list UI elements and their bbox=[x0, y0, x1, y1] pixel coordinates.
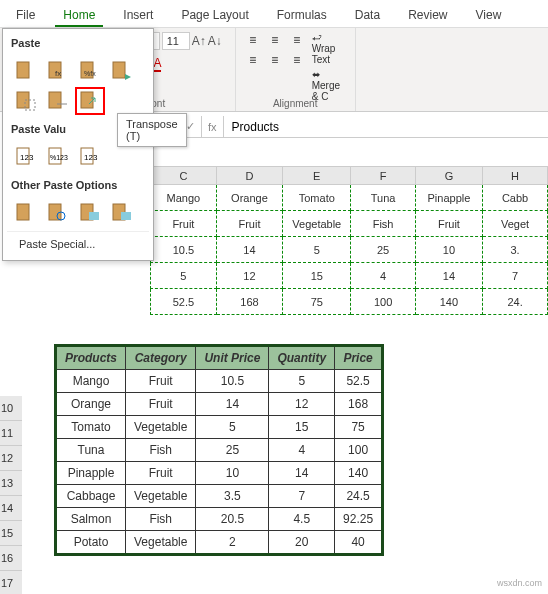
cell[interactable]: Mango bbox=[56, 370, 126, 393]
cell[interactable]: 40 bbox=[335, 531, 383, 555]
cell[interactable]: 52.5 bbox=[335, 370, 383, 393]
cell[interactable]: 24. bbox=[483, 289, 548, 315]
cell[interactable]: Tuna bbox=[351, 185, 415, 211]
paste-option-no-borders[interactable] bbox=[11, 87, 41, 115]
col-header[interactable]: D bbox=[216, 167, 282, 185]
cell[interactable]: 4.5 bbox=[269, 508, 335, 531]
cell[interactable]: 20.5 bbox=[196, 508, 269, 531]
table-header[interactable]: Unit Price bbox=[196, 346, 269, 370]
cell[interactable]: 15 bbox=[269, 416, 335, 439]
cell[interactable]: Cabb bbox=[483, 185, 548, 211]
cell[interactable]: Fruit bbox=[151, 211, 217, 237]
row-header[interactable]: 10 bbox=[0, 396, 22, 421]
paste-values-source-format[interactable]: 123 bbox=[75, 143, 105, 171]
tab-data[interactable]: Data bbox=[347, 4, 388, 27]
cell[interactable]: Pinapple bbox=[56, 462, 126, 485]
cell[interactable]: Fish bbox=[351, 211, 415, 237]
paste-values-number-format[interactable]: %123 bbox=[43, 143, 73, 171]
cell[interactable]: Potato bbox=[56, 531, 126, 555]
paste-option-formulas[interactable]: fx bbox=[43, 57, 73, 85]
tab-home[interactable]: Home bbox=[55, 4, 103, 27]
cell[interactable]: Salmon bbox=[56, 508, 126, 531]
align-left-icon[interactable]: ≡ bbox=[244, 52, 262, 68]
row-header[interactable]: 17 bbox=[0, 571, 22, 594]
cell[interactable]: 12 bbox=[269, 393, 335, 416]
cell[interactable]: Fish bbox=[126, 439, 196, 462]
cell[interactable]: 25 bbox=[351, 237, 415, 263]
cell[interactable]: 2 bbox=[196, 531, 269, 555]
paste-values-only[interactable]: 123 bbox=[11, 143, 41, 171]
cell[interactable]: 75 bbox=[283, 289, 351, 315]
align-top-icon[interactable]: ≡ bbox=[244, 32, 262, 48]
cell[interactable]: Orange bbox=[216, 185, 282, 211]
cell[interactable]: Cabbage bbox=[56, 485, 126, 508]
align-center-icon[interactable]: ≡ bbox=[266, 52, 284, 68]
col-header[interactable]: E bbox=[283, 167, 351, 185]
cell[interactable]: 4 bbox=[351, 263, 415, 289]
cell[interactable]: 140 bbox=[335, 462, 383, 485]
cell[interactable]: Vegetable bbox=[126, 485, 196, 508]
products-table[interactable]: Products Category Unit Price Quantity Pr… bbox=[54, 344, 384, 556]
cell[interactable]: Vegetable bbox=[126, 416, 196, 439]
increase-font-icon[interactable]: A↑ bbox=[192, 34, 206, 48]
cell[interactable]: 168 bbox=[216, 289, 282, 315]
row-header[interactable]: 12 bbox=[0, 446, 22, 471]
table-header[interactable]: Quantity bbox=[269, 346, 335, 370]
paste-option-transpose[interactable] bbox=[75, 87, 105, 115]
row-header[interactable]: 13 bbox=[0, 471, 22, 496]
cell[interactable]: Fruit bbox=[126, 393, 196, 416]
cell[interactable]: 3. bbox=[483, 237, 548, 263]
cell[interactable]: 14 bbox=[216, 237, 282, 263]
cell[interactable]: 7 bbox=[483, 263, 548, 289]
cell[interactable]: Tuna bbox=[56, 439, 126, 462]
cell[interactable]: 100 bbox=[351, 289, 415, 315]
paste-link[interactable] bbox=[43, 199, 73, 227]
table-header[interactable]: Category bbox=[126, 346, 196, 370]
tab-review[interactable]: Review bbox=[400, 4, 455, 27]
tab-formulas[interactable]: Formulas bbox=[269, 4, 335, 27]
row-header[interactable]: 15 bbox=[0, 521, 22, 546]
table-header[interactable]: Price bbox=[335, 346, 383, 370]
cell[interactable]: 140 bbox=[415, 289, 482, 315]
font-color-button[interactable]: A bbox=[153, 56, 161, 72]
cell[interactable]: Mango bbox=[151, 185, 217, 211]
cell[interactable]: Fruit bbox=[216, 211, 282, 237]
cell[interactable]: 10 bbox=[196, 462, 269, 485]
font-size-select[interactable]: 11 bbox=[162, 32, 190, 50]
cell[interactable]: 5 bbox=[269, 370, 335, 393]
cell[interactable]: Pinapple bbox=[415, 185, 482, 211]
cell[interactable]: 14 bbox=[196, 393, 269, 416]
cell[interactable]: 10.5 bbox=[196, 370, 269, 393]
table-header[interactable]: Products bbox=[56, 346, 126, 370]
cell[interactable]: 100 bbox=[335, 439, 383, 462]
cell[interactable]: 5 bbox=[151, 263, 217, 289]
cell[interactable]: 5 bbox=[283, 237, 351, 263]
paste-option-keep-width[interactable] bbox=[43, 87, 73, 115]
cell[interactable]: Vegetable bbox=[283, 211, 351, 237]
cell[interactable]: 4 bbox=[269, 439, 335, 462]
col-header[interactable]: G bbox=[415, 167, 482, 185]
cell[interactable]: 5 bbox=[196, 416, 269, 439]
tab-view[interactable]: View bbox=[468, 4, 510, 27]
row-header[interactable]: 14 bbox=[0, 496, 22, 521]
align-right-icon[interactable]: ≡ bbox=[288, 52, 306, 68]
col-header[interactable]: C bbox=[151, 167, 217, 185]
fx-button[interactable]: fx bbox=[202, 116, 224, 137]
align-middle-icon[interactable]: ≡ bbox=[266, 32, 284, 48]
paste-formatting[interactable] bbox=[11, 199, 41, 227]
cell[interactable]: 15 bbox=[283, 263, 351, 289]
cell[interactable]: 14 bbox=[269, 462, 335, 485]
cell[interactable]: Tomato bbox=[283, 185, 351, 211]
cell[interactable]: 168 bbox=[335, 393, 383, 416]
cell[interactable]: Fruit bbox=[415, 211, 482, 237]
paste-option-formulas-number[interactable]: %fx bbox=[75, 57, 105, 85]
paste-linked-picture[interactable] bbox=[107, 199, 137, 227]
cell[interactable]: 3.5 bbox=[196, 485, 269, 508]
cell[interactable]: Fish bbox=[126, 508, 196, 531]
row-header[interactable]: 16 bbox=[0, 546, 22, 571]
cell[interactable]: 25 bbox=[196, 439, 269, 462]
paste-option-keep-source[interactable] bbox=[107, 57, 137, 85]
cell[interactable]: 24.5 bbox=[335, 485, 383, 508]
cell[interactable]: 20 bbox=[269, 531, 335, 555]
cell[interactable]: Fruit bbox=[126, 462, 196, 485]
